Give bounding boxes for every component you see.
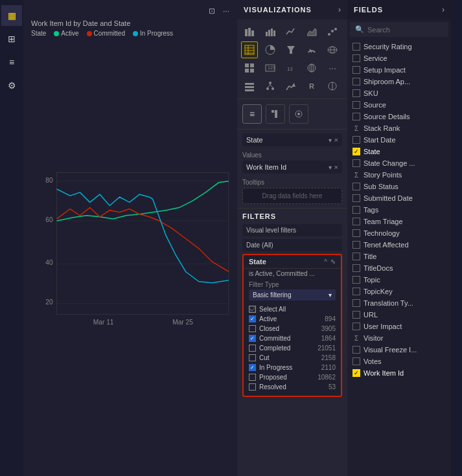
viz-tool-fields[interactable]: ≡: [242, 104, 262, 124]
list-item[interactable]: Submitted Date: [347, 192, 451, 204]
viz-icon-line-chart[interactable]: [283, 23, 299, 40]
field-cb-team-triage[interactable]: [352, 218, 360, 225]
viz-icon-scatter[interactable]: [324, 23, 341, 40]
state-field-dropdown[interactable]: ▾: [329, 137, 332, 144]
field-cb-sku[interactable]: [352, 89, 360, 97]
list-item[interactable]: Votes: [347, 356, 451, 367]
list-item[interactable]: Shiproom Ap...: [347, 76, 451, 87]
list-item[interactable]: TopicKey: [347, 286, 451, 297]
fields-search[interactable]: 🔍: [350, 22, 448, 37]
field-cb-source-details[interactable]: [352, 113, 360, 120]
field-cb-visitor[interactable]: Σ: [352, 334, 360, 342]
field-cb-topickey[interactable]: [352, 288, 360, 295]
field-cb-story-points[interactable]: Σ: [352, 171, 360, 179]
filter-option-active[interactable]: ✓ Active 894: [249, 314, 336, 324]
filter-type-select[interactable]: Basic filtering ▾: [249, 289, 336, 300]
field-cb-submitted-date[interactable]: [352, 194, 360, 202]
field-cb-translation-ty[interactable]: [352, 299, 360, 307]
list-item[interactable]: Σ Visitor: [347, 332, 451, 344]
viz-icon-gauge[interactable]: [303, 41, 320, 58]
filter-cb-active[interactable]: ✓: [249, 315, 256, 323]
field-cb-user-impact[interactable]: [352, 323, 360, 330]
field-cb-votes[interactable]: [352, 357, 360, 365]
filter-option-inprogress[interactable]: ✓ In Progress 2110: [249, 363, 336, 372]
viz-icon-matrix[interactable]: [241, 60, 258, 76]
viz-tool-format[interactable]: [266, 104, 285, 124]
list-item[interactable]: Visual Freeze I...: [347, 344, 451, 356]
viz-icon-card[interactable]: 123: [262, 60, 279, 76]
list-item[interactable]: Tenet Affected: [347, 239, 451, 251]
filter-option-completed[interactable]: Completed 21051: [249, 343, 336, 353]
fields-header-arrow[interactable]: ›: [442, 5, 445, 14]
list-item[interactable]: Setup Impact: [347, 64, 451, 76]
state-filter-edit[interactable]: ✎: [330, 258, 336, 266]
filter-cb-completed[interactable]: [249, 345, 256, 352]
field-cb-titledocs[interactable]: [352, 264, 360, 272]
workitem-field-dropdown[interactable]: ▾: [329, 164, 332, 171]
viz-icon-r[interactable]: R: [303, 78, 320, 95]
sidebar-icon-settings[interactable]: ⚙: [1, 75, 22, 96]
filter-cb-selectall[interactable]: [249, 306, 256, 313]
field-cb-visual-freeze[interactable]: [352, 346, 360, 354]
filter-cb-resolved[interactable]: [249, 383, 256, 391]
list-item[interactable]: Technology: [347, 227, 451, 239]
list-item[interactable]: Sub Status: [347, 181, 451, 192]
list-item[interactable]: Title: [347, 251, 451, 262]
list-item[interactable]: Start Date: [347, 134, 451, 146]
filter-cb-proposed[interactable]: [249, 374, 256, 381]
list-item[interactable]: ✓ Work Item Id: [347, 367, 451, 379]
list-item[interactable]: SKU: [347, 87, 451, 99]
list-item[interactable]: Source Details: [347, 111, 451, 122]
viz-icon-slicer[interactable]: [241, 78, 258, 95]
workitem-field-close[interactable]: ×: [334, 163, 338, 171]
list-item[interactable]: Security Rating: [347, 41, 451, 52]
viz-icon-globe[interactable]: [303, 60, 320, 76]
date-filter[interactable]: Date (All): [242, 239, 342, 251]
field-cb-tags[interactable]: [352, 206, 360, 214]
list-item[interactable]: State Change ...: [347, 157, 451, 169]
list-item[interactable]: Tags: [347, 204, 451, 216]
viz-icon-kpi[interactable]: 12: [283, 60, 299, 76]
field-cb-url[interactable]: [352, 311, 360, 319]
filter-option-resolved[interactable]: Resolved 53: [249, 382, 336, 392]
filter-cb-cut[interactable]: [249, 354, 256, 361]
field-cb-sub-status[interactable]: [352, 183, 360, 190]
list-item[interactable]: Σ Stack Rank: [347, 122, 451, 134]
field-cb-service[interactable]: [352, 54, 360, 62]
drag-drop-target[interactable]: Drag data fields here: [242, 188, 342, 204]
list-item[interactable]: User Impact: [347, 321, 451, 332]
state-field-close[interactable]: ×: [334, 136, 338, 144]
viz-icon-map[interactable]: [324, 41, 341, 58]
field-cb-start-date[interactable]: [352, 136, 360, 144]
sidebar-icon-grid[interactable]: ⊞: [1, 28, 22, 49]
field-cb-setup-impact[interactable]: [352, 66, 360, 74]
list-item[interactable]: TitleDocs: [347, 262, 451, 274]
filter-cb-inprogress[interactable]: ✓: [249, 364, 256, 371]
filter-option-closed[interactable]: Closed 3905: [249, 324, 336, 334]
chart-expand-btn[interactable]: ⊡: [206, 5, 218, 17]
list-item[interactable]: Source: [347, 99, 451, 111]
viz-icon-pie[interactable]: [262, 41, 279, 58]
sidebar-icon-layers[interactable]: ≡: [1, 52, 22, 73]
filter-option-committed[interactable]: ✓ Committed 1864: [249, 334, 336, 343]
field-cb-stack-rank[interactable]: Σ: [352, 124, 360, 132]
viz-icon-key-influencers[interactable]: [283, 78, 299, 95]
field-cb-work-item-id[interactable]: ✓: [352, 369, 360, 377]
viz-icon-area-chart[interactable]: [303, 23, 320, 40]
field-cb-shiproom[interactable]: [352, 78, 360, 85]
field-cb-technology[interactable]: [352, 229, 360, 237]
sidebar-icon-barchart[interactable]: ▦: [1, 5, 22, 26]
field-cb-tenet-affected[interactable]: [352, 241, 360, 249]
list-item[interactable]: Service: [347, 52, 451, 64]
list-item[interactable]: Translation Ty...: [347, 297, 451, 309]
filter-option-proposed[interactable]: Proposed 10862: [249, 372, 336, 382]
viz-tool-analytics[interactable]: [289, 104, 308, 124]
list-item[interactable]: ✓ State: [347, 146, 451, 157]
field-cb-title[interactable]: [352, 253, 360, 260]
filter-option-cut[interactable]: Cut 2158: [249, 353, 336, 363]
viz-icon-funnel[interactable]: [283, 41, 299, 58]
list-item[interactable]: Team Triage: [347, 216, 451, 227]
viz-icon-stacked-bar[interactable]: [241, 23, 258, 40]
field-cb-state[interactable]: ✓: [352, 148, 360, 155]
viz-icon-table[interactable]: [241, 41, 258, 58]
